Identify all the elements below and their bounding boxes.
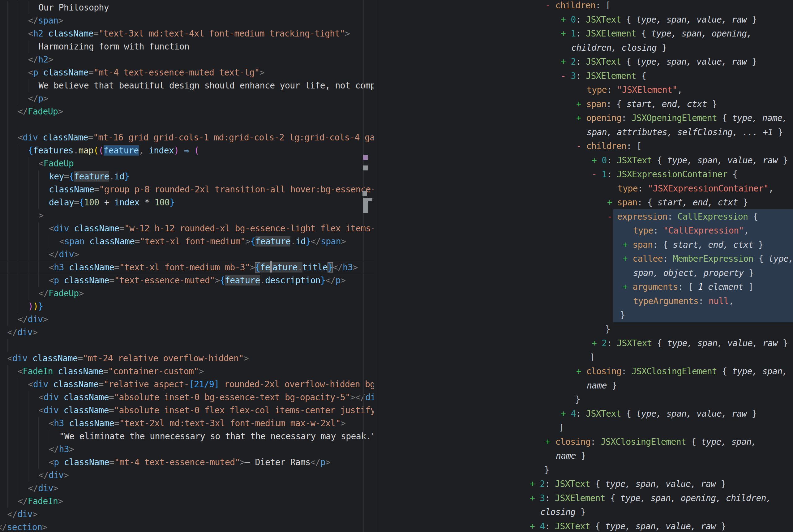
code-line[interactable]: "We eliminate the unnecessary so that th… — [59, 430, 374, 443]
ast-row[interactable]: name } — [556, 449, 586, 463]
code-line[interactable]: ))} — [28, 300, 43, 313]
ast-toggle-collapse-icon[interactable]: - — [607, 212, 617, 222]
code-line[interactable]: className="group p-8 rounded-2xl transit… — [49, 183, 374, 196]
ast-row[interactable]: + span: { start, end, ctxt } — [576, 97, 717, 111]
ast-toggle-expand-icon[interactable]: + — [561, 15, 571, 25]
ast-row[interactable]: + callee: MemberExpression { type, — [623, 252, 793, 266]
code-line[interactable]: </div> — [28, 482, 58, 495]
code-line[interactable]: key={feature.id} — [49, 170, 129, 183]
code-line[interactable]: <p className="text-essence-muted">{featu… — [49, 274, 346, 287]
ast-toggle-expand-icon[interactable]: + — [561, 57, 571, 67]
ast-toggle-expand-icon[interactable]: + — [576, 113, 586, 123]
ast-row[interactable]: + closing: JSXClosingElement { type, spa… — [545, 435, 756, 449]
ast-row[interactable]: + 3: JSXElement { type, span, opening, c… — [530, 491, 771, 505]
overview-ruler-mark[interactable] — [363, 198, 372, 201]
code-line[interactable]: <div className="absolute inset-0 flex fl… — [38, 404, 374, 417]
ast-row[interactable]: + 1: JSXElement { type, span, opening, — [561, 26, 752, 40]
code-line[interactable]: </div> — [49, 248, 79, 261]
ast-row[interactable]: + opening: JSXOpeningElement { type, nam… — [576, 111, 788, 125]
ast-row[interactable]: ] — [559, 421, 564, 435]
code-line[interactable]: <p className="mt-4 text-essence-muted">–… — [49, 456, 330, 469]
code-line[interactable]: <h3 className="text-2xl md:text-3xl font… — [49, 417, 346, 430]
ast-toggle-collapse-icon[interactable]: - — [576, 141, 586, 151]
ast-row[interactable]: + span: { start, end, ctxt } — [607, 195, 748, 209]
code-line[interactable]: <p className="mt-4 text-essence-muted te… — [28, 66, 265, 79]
ast-toggle-expand-icon[interactable]: + — [607, 197, 617, 208]
code-line[interactable]: <div className="w-12 h-12 rounded-xl bg-… — [49, 222, 374, 235]
code-line[interactable]: </h3> — [49, 443, 74, 456]
ast-toggle-expand-icon[interactable]: + — [623, 254, 633, 264]
ast-row[interactable]: } — [575, 393, 580, 406]
ast-row[interactable]: type: "JSXExpressionContainer", — [618, 182, 774, 195]
ast-toggle-expand-icon[interactable]: + — [623, 282, 633, 292]
ast-toggle-expand-icon[interactable]: + — [623, 240, 633, 250]
code-line[interactable]: <FadeIn className="container-custom"> — [18, 365, 204, 378]
ast-row[interactable]: - expression: CallExpression { — [607, 210, 758, 224]
overview-ruler-mark[interactable] — [363, 191, 367, 196]
ast-row[interactable]: + 2: JSXText { type, span, value, raw } — [592, 336, 788, 350]
ast-row[interactable]: - 3: JSXElement { — [561, 69, 646, 83]
code-line[interactable]: </span> — [28, 14, 63, 27]
ast-row[interactable]: } — [620, 308, 625, 322]
code-line[interactable]: <FadeUp — [38, 157, 74, 170]
ast-toggle-expand-icon[interactable]: + — [545, 437, 556, 447]
ast-row[interactable]: + 0: JSXText { type, span, value, raw } — [592, 153, 788, 167]
code-line[interactable]: delay={100 + index * 100} — [49, 196, 175, 209]
ast-row[interactable]: + 4: JSXText { type, span, value, raw } — [530, 519, 726, 532]
ast-row[interactable]: - children: [ — [545, 0, 611, 12]
ast-row[interactable]: + 2: JSXText { type, span, value, raw } — [561, 55, 757, 69]
ast-row[interactable]: span, attributes, selfClosing, ... +1 } — [587, 125, 783, 139]
ast-row[interactable]: + span: { start, end, ctxt } — [623, 238, 763, 252]
code-line[interactable]: <div className="absolute inset-0 bg-esse… — [38, 391, 374, 404]
ast-toggle-expand-icon[interactable]: + — [576, 99, 586, 109]
code-line[interactable]: </div> — [38, 469, 69, 482]
code-line[interactable]: > — [38, 209, 43, 222]
ast-toggle-collapse-icon[interactable]: - — [592, 169, 602, 179]
overview-ruler-mark[interactable] — [363, 201, 368, 213]
ast-toggle-expand-icon[interactable]: + — [561, 28, 571, 39]
ast-toggle-collapse-icon[interactable]: - — [545, 0, 556, 11]
code-line[interactable]: {features.map((feature, index) ⇒ ( — [28, 144, 199, 157]
ast-row[interactable]: + arguments: [ 1 element ] — [623, 280, 753, 294]
code-line[interactable]: Harmonizing form with function — [38, 40, 189, 53]
ast-row[interactable]: ] — [590, 350, 595, 364]
ast-toggle-expand-icon[interactable]: + — [576, 366, 586, 376]
code-line[interactable]: </p> — [28, 92, 48, 105]
code-line[interactable]: </section> — [0, 521, 47, 532]
code-line[interactable]: </FadeIn> — [18, 495, 63, 508]
code-line[interactable]: </FadeUp> — [18, 105, 63, 118]
ast-row[interactable]: - 1: JSXExpressionContainer { — [592, 167, 737, 181]
code-line[interactable]: <h2 className="text-3xl md:text-4xl font… — [28, 27, 350, 40]
overview-ruler-mark[interactable] — [363, 155, 368, 160]
ast-row[interactable]: typeArguments: null, — [633, 294, 734, 308]
ast-row[interactable]: + 0: JSXText { type, span, value, raw } — [561, 13, 757, 26]
code-line[interactable]: <span className="text-xl font-medium">{f… — [59, 235, 346, 248]
ast-row[interactable]: + 2: JSXText { type, span, value, raw } — [530, 477, 726, 491]
ast-row[interactable]: - children: [ — [576, 139, 641, 153]
code-line[interactable]: </h2> — [28, 53, 53, 66]
overview-ruler-mark[interactable] — [363, 166, 368, 170]
ast-toggle-expand-icon[interactable]: + — [530, 479, 540, 489]
ast-toggle-expand-icon[interactable]: + — [592, 338, 602, 348]
code-editor-pane[interactable]: Our Philosophy</span><h2 className="text… — [0, 0, 374, 532]
ast-toggle-collapse-icon[interactable]: - — [561, 71, 571, 81]
ast-row[interactable]: } — [544, 463, 549, 477]
code-line[interactable]: We believe that beautiful design should … — [38, 79, 374, 92]
ast-row[interactable]: closing } — [540, 505, 585, 519]
code-line[interactable]: <h3 className="text-xl font-medium mb-3"… — [49, 261, 358, 274]
ast-toggle-expand-icon[interactable]: + — [561, 408, 571, 419]
ast-toggle-expand-icon[interactable]: + — [530, 493, 540, 503]
code-line[interactable]: </div> — [7, 326, 38, 339]
code-line[interactable]: <div className="mt-24 relative overflow-… — [7, 352, 249, 365]
code-line[interactable]: Our Philosophy — [38, 1, 109, 14]
code-line[interactable]: <div className="relative aspect-[21/9] r… — [28, 378, 374, 391]
ast-row[interactable]: name } — [587, 379, 617, 393]
ast-toggle-expand-icon[interactable]: + — [592, 155, 602, 166]
ast-row[interactable]: type: "CallExpression", — [633, 224, 749, 238]
code-line[interactable]: <div className="mt-16 grid grid-cols-1 m… — [18, 131, 374, 144]
ast-row[interactable]: type: "JSXElement", — [587, 83, 682, 97]
code-line[interactable]: </div> — [18, 313, 48, 326]
ast-row[interactable]: children, closing } — [571, 41, 667, 55]
ast-row[interactable]: + closing: JSXClosingElement { type, spa… — [576, 364, 788, 378]
ast-row[interactable]: + 4: JSXText { type, span, value, raw } — [561, 407, 757, 421]
